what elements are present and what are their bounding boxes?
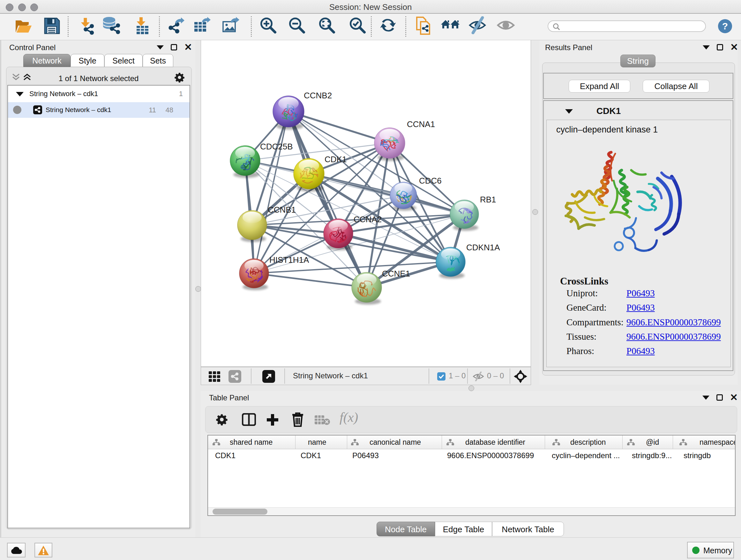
- svg-text:CCNA2: CCNA2: [354, 214, 382, 224]
- svg-text:CDC6: CDC6: [419, 176, 442, 186]
- svg-text:CCNB2: CCNB2: [304, 91, 332, 100]
- svg-text:CDK1: CDK1: [325, 154, 347, 164]
- svg-text:CCNA1: CCNA1: [407, 119, 435, 129]
- svg-text:CCNB1: CCNB1: [268, 205, 296, 214]
- svg-text:HIST1H1A: HIST1H1A: [269, 255, 309, 265]
- svg-text:CDC25B: CDC25B: [260, 142, 293, 151]
- svg-text:RB1: RB1: [480, 195, 496, 204]
- svg-text:CDKN1A: CDKN1A: [466, 243, 500, 252]
- svg-text:CCNE1: CCNE1: [382, 269, 410, 278]
